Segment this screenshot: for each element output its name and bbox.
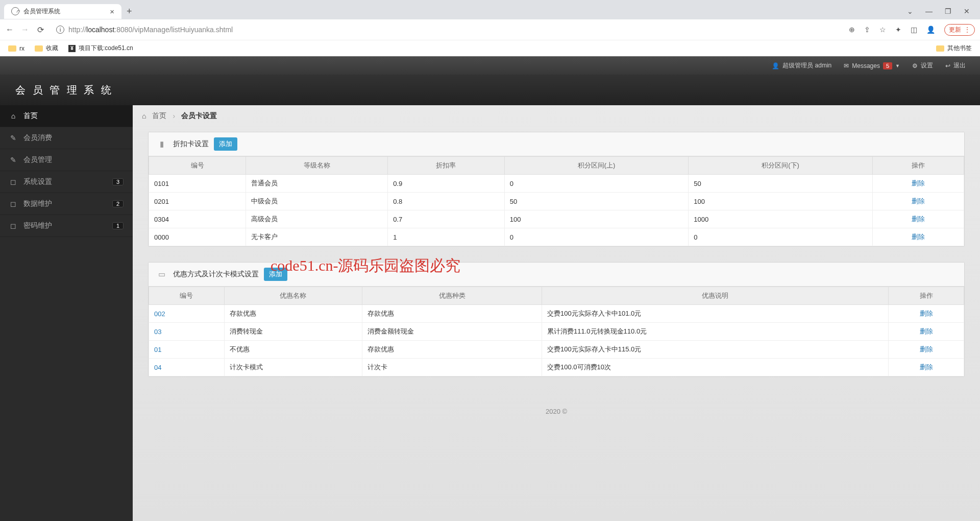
mail-icon: ✉ — [844, 62, 849, 69]
close-icon[interactable]: × — [110, 7, 114, 16]
sidebar-item-label: 会员消费 — [23, 133, 52, 143]
dropdown-icon[interactable]: ⌄ — [907, 7, 913, 15]
promo-id-link[interactable]: 002 — [154, 310, 165, 318]
column-header: 编号 — [149, 157, 246, 175]
sidebar-item[interactable]: ◻密码维护1 — [0, 215, 133, 237]
browser-tab[interactable]: 会员管理系统 × — [4, 4, 121, 19]
delete-link[interactable]: 删除 — [920, 345, 933, 353]
main-content: ⌂ 首页 › 会员卡设置 ▮ 折扣卡设置 添加 编号等级名称折扣率积分区间(上)… — [133, 105, 980, 521]
update-button[interactable]: 更新⋮ — [944, 24, 975, 36]
share-icon[interactable]: ⇪ — [864, 26, 870, 34]
tab-title: 会员管理系统 — [23, 7, 60, 16]
nav-icon: ✎ — [9, 156, 17, 164]
discount-table: 编号等级名称折扣率积分区间(上)积分区间(下)操作 0101普通会员0.9050… — [149, 156, 964, 246]
column-header: 操作 — [872, 157, 964, 175]
delete-link[interactable]: 删除 — [920, 310, 933, 317]
sidebar-item[interactable]: ◻数据维护2 — [0, 193, 133, 215]
promo-panel: ▭ 优惠方式及计次卡模式设置 添加 编号优惠名称优惠种类优惠说明操作 002存款… — [148, 262, 965, 377]
gear-icon: ⚙ — [912, 62, 918, 69]
nav-icon: ⌂ — [9, 112, 17, 120]
table-row: 03消费转现金消费金额转现金累计消费111.0元转换现金110.0元删除 — [149, 323, 964, 341]
sidebar: ⌂首页✎会员消费✎会员管理◻系统设置3◻数据维护2◻密码维护1 — [0, 105, 133, 521]
close-window-icon[interactable]: ✕ — [964, 7, 970, 15]
sidebar-item[interactable]: ◻系统设置3 — [0, 171, 133, 193]
cell-id: 0101 — [149, 175, 246, 193]
cell-id: 0304 — [149, 210, 246, 228]
delete-link[interactable]: 删除 — [920, 327, 933, 335]
cell-up: 100 — [504, 210, 689, 228]
sidebar-item[interactable]: ⌂首页 — [0, 105, 133, 127]
user-icon: 👤 — [772, 62, 779, 69]
delete-link[interactable]: 删除 — [912, 233, 925, 241]
settings-link[interactable]: ⚙设置 — [906, 61, 939, 70]
sidebar-item-label: 密码维护 — [23, 221, 52, 230]
window-controls: ⌄ ― ❐ ✕ — [907, 7, 976, 15]
nav-icon: ◻ — [9, 178, 17, 186]
bookmark-rx[interactable]: rx — [8, 45, 24, 52]
cell-rate: 0.9 — [388, 175, 505, 193]
promo-id-link[interactable]: 04 — [154, 364, 161, 371]
cell-down: 0 — [689, 228, 873, 246]
discount-card-panel: ▮ 折扣卡设置 添加 编号等级名称折扣率积分区间(上)积分区间(下)操作 010… — [148, 132, 965, 247]
bookmark-favorites[interactable]: 收藏 — [35, 44, 58, 53]
cell-rate: 0.8 — [388, 193, 505, 210]
forward-button[interactable]: → — [20, 25, 30, 34]
sidebar-item[interactable]: ✎会员管理 — [0, 149, 133, 171]
info-icon[interactable]: i — [56, 26, 64, 34]
panel-title: 折扣卡设置 — [173, 139, 209, 149]
profile-icon[interactable]: 👤 — [926, 26, 935, 34]
panel-icon[interactable]: ◫ — [911, 26, 917, 34]
cell-rate: 1 — [388, 228, 505, 246]
cell-id: 0000 — [149, 228, 246, 246]
table-row: 04计次卡模式计次卡交费100.0可消费10次删除 — [149, 359, 964, 376]
zoom-icon[interactable]: ⊕ — [849, 26, 855, 34]
star-icon[interactable]: ☆ — [879, 26, 886, 34]
delete-link[interactable]: 删除 — [912, 215, 925, 223]
add-promo-button[interactable]: 添加 — [264, 268, 287, 281]
column-header: 优惠种类 — [362, 287, 542, 305]
cell-name: 不优惠 — [224, 341, 362, 359]
message-count-badge: 5 — [883, 62, 892, 69]
delete-link[interactable]: 删除 — [912, 197, 925, 205]
brand-title: 会 员 管 理 系 统 — [15, 83, 113, 97]
delete-link[interactable]: 删除 — [920, 363, 933, 371]
minimize-icon[interactable]: ― — [925, 7, 933, 15]
logout-icon: ↩ — [945, 62, 950, 69]
table-row: 0304高级会员0.71001000删除 — [149, 210, 964, 228]
globe-icon — [11, 7, 19, 15]
cell-name: 存款优惠 — [224, 305, 362, 323]
user-menu[interactable]: 👤超级管理员 admin — [766, 61, 838, 70]
maximize-icon[interactable]: ❐ — [945, 7, 951, 15]
address-bar[interactable]: i http://localhost:8080/vipManage/listHu… — [51, 23, 843, 36]
nav-icon: ◻ — [9, 200, 17, 208]
nav-icon: ✎ — [9, 134, 17, 142]
table-row: 01不优惠存款优惠交费100元实际存入卡中115.0元删除 — [149, 341, 964, 359]
breadcrumb-home[interactable]: 首页 — [152, 111, 166, 121]
delete-link[interactable]: 删除 — [912, 179, 925, 187]
other-bookmarks[interactable]: 其他书签 — [936, 44, 972, 53]
promo-id-link[interactable]: 03 — [154, 328, 161, 336]
cell-down: 1000 — [689, 210, 873, 228]
top-nav: 👤超级管理员 admin ✉Messages5▼ ⚙设置 ↩退出 — [0, 56, 980, 75]
new-tab-button[interactable]: + — [121, 4, 137, 19]
reload-button[interactable]: ⟳ — [36, 25, 45, 34]
promo-id-link[interactable]: 01 — [154, 346, 161, 353]
cell-id: 0201 — [149, 193, 246, 210]
extensions-icon[interactable]: ✦ — [895, 26, 901, 34]
count-badge: 1 — [112, 222, 124, 229]
sidebar-item[interactable]: ✎会员消费 — [0, 127, 133, 149]
sidebar-item-label: 系统设置 — [23, 177, 52, 186]
cell-name: 普通会员 — [246, 175, 388, 193]
count-badge: 2 — [112, 200, 124, 207]
nav-icon: ◻ — [9, 222, 17, 230]
sidebar-item-label: 会员管理 — [23, 155, 52, 164]
messages-menu[interactable]: ✉Messages5▼ — [838, 62, 906, 69]
bookmark-code51[interactable]: ¥项目下载:code51.cn — [68, 44, 133, 53]
add-discount-button[interactable]: 添加 — [214, 137, 237, 151]
cell-name: 中级会员 — [246, 193, 388, 210]
cell-down: 100 — [689, 193, 873, 210]
logout-link[interactable]: ↩退出 — [939, 61, 972, 70]
back-button[interactable]: ← — [5, 25, 14, 34]
cell-name: 消费转现金 — [224, 323, 362, 341]
brand-bar: 会 员 管 理 系 统 — [0, 75, 980, 105]
